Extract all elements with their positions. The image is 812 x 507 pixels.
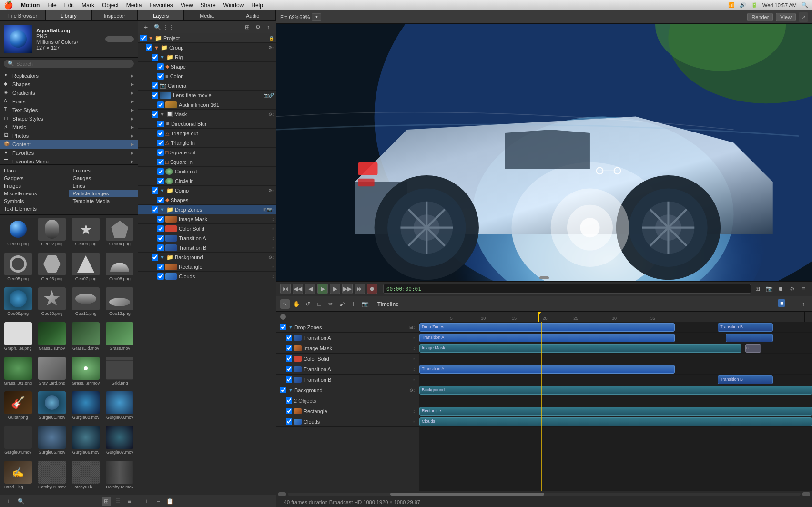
track-block-drop-zones[interactable]: Drop Zones: [419, 323, 675, 332]
thumb-geo10[interactable]: Geo10.png: [36, 286, 68, 319]
scrollbar-track[interactable]: [288, 493, 801, 496]
category-favorites[interactable]: ★ Favorites ▶: [0, 149, 138, 157]
sub-template-media[interactable]: Template Media: [69, 197, 138, 205]
thumb-gurgle01[interactable]: Gurgle01.mov: [36, 390, 68, 423]
options-icon[interactable]: ⚙: [268, 45, 272, 50]
tl-check[interactable]: [280, 324, 286, 330]
record-btn[interactable]: ⏺: [367, 284, 377, 294]
expand-icon[interactable]: ▼: [160, 207, 165, 213]
category-favorites-menu[interactable]: ☰ Favorites Menu ▶: [0, 157, 138, 165]
play-back-btn[interactable]: ◀: [305, 284, 315, 294]
layer-check[interactable]: [152, 82, 158, 89]
expand-icon[interactable]: ▼: [288, 387, 293, 393]
options-icon[interactable]: ⚙: [268, 112, 272, 117]
category-photos[interactable]: 🖼 Photos ▶: [0, 132, 138, 140]
timeline-add-btn[interactable]: +: [787, 299, 797, 309]
grid-view-btn[interactable]: ⊞: [102, 497, 111, 506]
tl-options[interactable]: ⊞: [409, 325, 413, 330]
thumb-geo01[interactable]: Geo01.png: [2, 217, 34, 250]
tl-vis[interactable]: ↕: [413, 325, 416, 330]
category-replicators[interactable]: ✦ Replicators ▶: [0, 71, 138, 80]
thumb-grass01[interactable]: Grass...01.png: [2, 356, 34, 389]
track-block-rectangle[interactable]: Rectangle: [419, 407, 812, 416]
thumb-geo11[interactable]: Geo11.png: [70, 286, 102, 319]
add-layer-bottom-btn[interactable]: +: [142, 497, 152, 506]
sub-text-elements[interactable]: Text Elements: [0, 205, 69, 213]
timeline-tracks[interactable]: Drop Zones Transition B Transition A Ima…: [419, 322, 812, 491]
layer-directional-blur[interactable]: ≋ Directional Blur: [138, 119, 276, 129]
thumb-gurgle02[interactable]: Gurgle02.mov: [70, 390, 102, 423]
layer-check[interactable]: [157, 101, 164, 108]
layer-check[interactable]: [152, 254, 158, 261]
layer-expand-icon[interactable]: ▼: [148, 35, 153, 41]
category-gradients[interactable]: ◈ Gradients ▶: [0, 89, 138, 97]
tl-vis[interactable]: ↕: [413, 335, 416, 340]
tl-vis[interactable]: ↕: [413, 346, 416, 351]
expand-icon[interactable]: ▼: [160, 112, 165, 117]
layer-check[interactable]: [157, 140, 164, 146]
layer-check[interactable]: [157, 197, 164, 203]
track-block-tb2[interactable]: [726, 334, 773, 342]
layer-check[interactable]: [152, 187, 158, 194]
apple-menu[interactable]: 🍎: [4, 0, 13, 10]
thumb-grass-s[interactable]: Grass...s.mov: [36, 321, 68, 354]
tl-vis[interactable]: ↕: [413, 356, 416, 361]
category-shape-styles[interactable]: ◻ Shape Styles ▶: [0, 114, 138, 123]
go-to-start-btn[interactable]: ⏮: [280, 284, 291, 294]
layer-check[interactable]: [157, 244, 164, 251]
timeline-camera-btn[interactable]: 📷: [764, 284, 774, 294]
sub-symbols[interactable]: Symbols: [0, 197, 69, 205]
sub-frames[interactable]: Frames: [69, 167, 138, 174]
menu-help[interactable]: Help: [251, 2, 263, 9]
tl-check[interactable]: [286, 335, 292, 341]
layer-check[interactable]: [157, 273, 164, 280]
layer-project[interactable]: ▼ 📁 Project 🔒: [138, 33, 276, 43]
layer-transition-b[interactable]: Transition B ↕: [138, 243, 276, 253]
menu-window[interactable]: Window: [223, 2, 244, 9]
layer-check[interactable]: [157, 178, 164, 184]
thumb-grass-d[interactable]: Grass...d.mov: [70, 321, 102, 354]
layer-check[interactable]: [157, 63, 164, 70]
thumb-geo09[interactable]: Geo09.png: [2, 286, 34, 319]
playhead[interactable]: [538, 312, 539, 322]
list-view-btn[interactable]: ☰: [113, 497, 122, 506]
thumb-gurgle04[interactable]: Gurgle04.mov: [2, 425, 34, 458]
layer-check[interactable]: [157, 235, 164, 242]
tl-options[interactable]: ⚙: [409, 388, 413, 393]
play-fwd-btn[interactable]: ▶: [330, 284, 340, 294]
thumb-hatchy01[interactable]: Hatchy01.mov: [36, 460, 68, 493]
export-btn[interactable]: ↗: [799, 12, 808, 22]
sub-particle-images[interactable]: Particle Images: [69, 190, 138, 197]
track-block-ta2[interactable]: Transition A: [419, 365, 675, 374]
slider[interactable]: [105, 36, 134, 42]
layer-check[interactable]: [157, 130, 164, 137]
tl-check[interactable]: [286, 355, 292, 362]
camera-icon[interactable]: 📷: [267, 207, 272, 212]
tl-check[interactable]: [286, 408, 292, 414]
menu-share[interactable]: Share: [201, 2, 216, 9]
thumb-hand[interactable]: ✍ Hand...ing.mov: [2, 460, 34, 493]
layer-group[interactable]: ▼ 📁 Group ⚙ ↕: [138, 43, 276, 52]
collapse-btn[interactable]: ↑: [264, 22, 273, 32]
track-block-tb3[interactable]: Transition B: [718, 375, 772, 384]
layer-shapes[interactable]: ◆ Shapes: [138, 195, 276, 205]
remove-layer-btn[interactable]: −: [153, 497, 163, 506]
view-options-btn[interactable]: ⊞: [243, 22, 252, 32]
layer-rectangle[interactable]: Rectangle ↕: [138, 262, 276, 272]
layer-square-in[interactable]: □ Square in: [138, 157, 276, 167]
layer-mask[interactable]: ▼ 🔲 Mask ⚙ ↕: [138, 110, 276, 119]
play-btn[interactable]: ▶: [317, 284, 328, 294]
vis-icon[interactable]: ↕: [272, 226, 274, 231]
timeline-rec-btn[interactable]: ⏺: [776, 284, 785, 294]
tab-file-browser[interactable]: File Browser: [0, 10, 46, 20]
expand-icon[interactable]: ▼: [160, 54, 165, 60]
thumb-geo06[interactable]: Geo06.png: [36, 252, 68, 284]
sub-flora[interactable]: Flora: [0, 167, 69, 174]
track-block-image-mask[interactable]: Image Mask: [419, 344, 741, 353]
add-layer-btn[interactable]: +: [141, 22, 151, 32]
thumb-hatchy01b[interactable]: Hatchy01b.mov: [70, 460, 102, 493]
vis-icon[interactable]: ↕: [272, 236, 274, 241]
tl-check[interactable]: [286, 418, 292, 425]
layer-check[interactable]: [152, 111, 158, 118]
thumb-geo02[interactable]: Geo02.png: [36, 217, 68, 250]
